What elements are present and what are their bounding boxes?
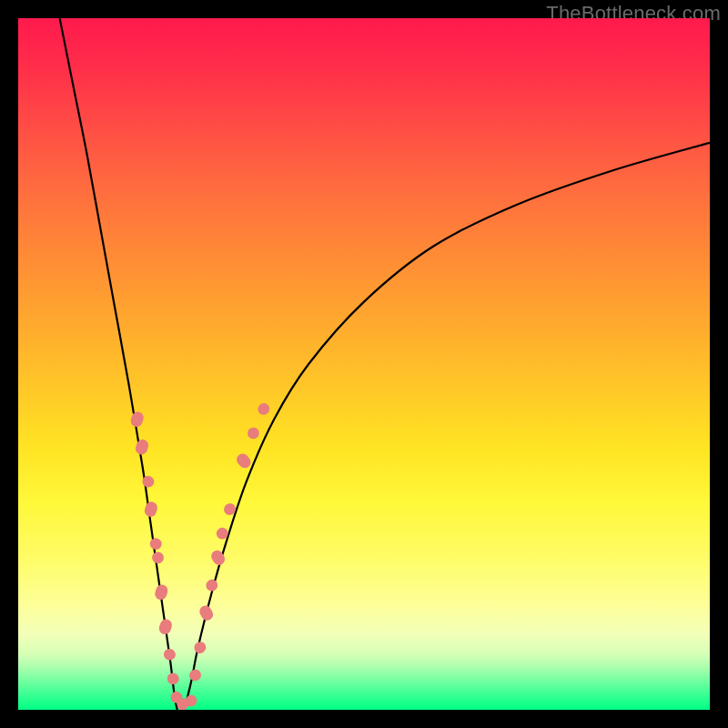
marker-capsule (150, 551, 165, 565)
marker-capsule (134, 438, 150, 456)
marker-capsule (192, 640, 207, 655)
marker-capsule (129, 410, 146, 429)
marker-capsule (256, 400, 272, 417)
marker-capsule (245, 425, 261, 441)
marker-capsule (234, 451, 253, 470)
marker-group (129, 400, 272, 710)
chart-frame: TheBottleneck.com (0, 0, 728, 728)
curves-svg (18, 18, 710, 710)
marker-capsule (166, 672, 181, 686)
marker-capsule (148, 537, 163, 551)
marker-capsule (157, 618, 174, 636)
marker-capsule (154, 583, 170, 602)
marker-capsule (187, 667, 203, 682)
curve-left-branch (60, 18, 177, 710)
marker-capsule (143, 500, 159, 519)
marker-capsule (197, 603, 215, 622)
curve-right-branch (184, 143, 710, 710)
marker-capsule (204, 578, 220, 593)
marker-capsule (162, 647, 177, 662)
plot-area (18, 18, 710, 710)
